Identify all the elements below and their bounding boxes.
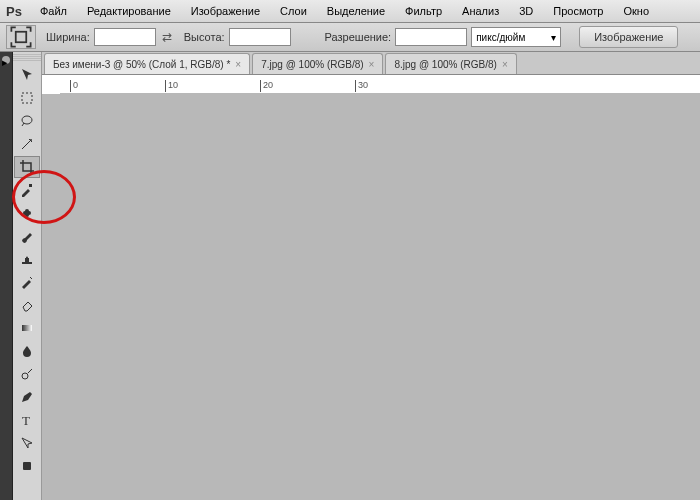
menu-file[interactable]: Файл xyxy=(30,5,77,17)
units-select[interactable]: пикс/дюйм▾ xyxy=(471,27,561,47)
lasso-tool[interactable] xyxy=(14,110,40,132)
tab-document-1[interactable]: Без имени-3 @ 50% (Слой 1, RGB/8) *× xyxy=(44,53,250,74)
document-area: Без имени-3 @ 50% (Слой 1, RGB/8) *× 7.j… xyxy=(42,52,700,500)
canvas[interactable] xyxy=(60,93,700,94)
current-tool-icon[interactable] xyxy=(6,25,36,49)
menu-analysis[interactable]: Анализ xyxy=(452,5,509,17)
menu-filter[interactable]: Фильтр xyxy=(395,5,452,17)
eraser-tool[interactable] xyxy=(14,294,40,316)
ruler-horizontal[interactable]: 0 10 20 30 xyxy=(60,75,700,94)
swap-icon[interactable]: ⇄ xyxy=(162,30,172,44)
gradient-tool[interactable] xyxy=(14,317,40,339)
ruler-origin[interactable] xyxy=(42,75,61,94)
height-label: Высота: xyxy=(184,31,225,43)
brush-tool[interactable] xyxy=(14,225,40,247)
tab-document-3[interactable]: 8.jpg @ 100% (RGB/8)× xyxy=(385,53,516,74)
heal-tool[interactable] xyxy=(14,202,40,224)
svg-rect-1 xyxy=(22,93,32,103)
document-tabs: Без имени-3 @ 50% (Слой 1, RGB/8) *× 7.j… xyxy=(42,52,700,75)
svg-point-9 xyxy=(22,373,28,379)
toolbox-grip[interactable] xyxy=(13,54,41,62)
wand-tool[interactable] xyxy=(14,133,40,155)
menu-window[interactable]: Окно xyxy=(614,5,660,17)
svg-point-3 xyxy=(30,139,32,141)
resolution-input[interactable] xyxy=(395,28,467,46)
svg-rect-0 xyxy=(16,32,27,43)
panel-strip: ▸ xyxy=(0,52,13,500)
resolution-label: Разрешение: xyxy=(325,31,392,43)
move-tool[interactable] xyxy=(14,64,40,86)
toolbox: T xyxy=(13,52,42,500)
svg-text:T: T xyxy=(22,413,30,428)
options-bar: Ширина: ⇄ Высота: Разрешение: пикс/дюйм▾… xyxy=(0,23,700,52)
menu-image[interactable]: Изображение xyxy=(181,5,270,17)
menubar: Ps Файл Редактирование Изображение Слои … xyxy=(0,0,700,23)
menu-3d[interactable]: 3D xyxy=(509,5,543,17)
close-icon[interactable]: × xyxy=(369,59,375,70)
expand-icon[interactable]: ▸ xyxy=(2,56,10,64)
close-icon[interactable]: × xyxy=(502,59,508,70)
pen-tool[interactable] xyxy=(14,386,40,408)
svg-rect-8 xyxy=(22,325,32,331)
svg-rect-4 xyxy=(29,184,32,187)
app-logo: Ps xyxy=(6,4,22,19)
menu-layers[interactable]: Слои xyxy=(270,5,317,17)
blur-tool[interactable] xyxy=(14,340,40,362)
type-tool[interactable]: T xyxy=(14,409,40,431)
svg-rect-6 xyxy=(25,209,29,217)
history-brush-tool[interactable] xyxy=(14,271,40,293)
path-tool[interactable] xyxy=(14,432,40,454)
svg-point-2 xyxy=(22,116,32,124)
menu-edit[interactable]: Редактирование xyxy=(77,5,181,17)
svg-rect-7 xyxy=(22,262,32,264)
crop-tool[interactable] xyxy=(14,156,40,178)
image-button[interactable]: Изображение xyxy=(579,26,678,48)
menu-select[interactable]: Выделение xyxy=(317,5,395,17)
height-input[interactable] xyxy=(229,28,291,46)
marquee-tool[interactable] xyxy=(14,87,40,109)
stamp-tool[interactable] xyxy=(14,248,40,270)
width-label: Ширина: xyxy=(46,31,90,43)
dodge-tool[interactable] xyxy=(14,363,40,385)
close-icon[interactable]: × xyxy=(235,59,241,70)
shape-tool[interactable] xyxy=(14,455,40,477)
eyedropper-tool[interactable] xyxy=(14,179,40,201)
svg-rect-11 xyxy=(23,462,31,470)
ruler-vertical[interactable]: 5 0 5 0 5 0 5 0 xyxy=(42,93,61,94)
width-input[interactable] xyxy=(94,28,156,46)
tab-document-2[interactable]: 7.jpg @ 100% (RGB/8)× xyxy=(252,53,383,74)
menu-view[interactable]: Просмотр xyxy=(543,5,613,17)
